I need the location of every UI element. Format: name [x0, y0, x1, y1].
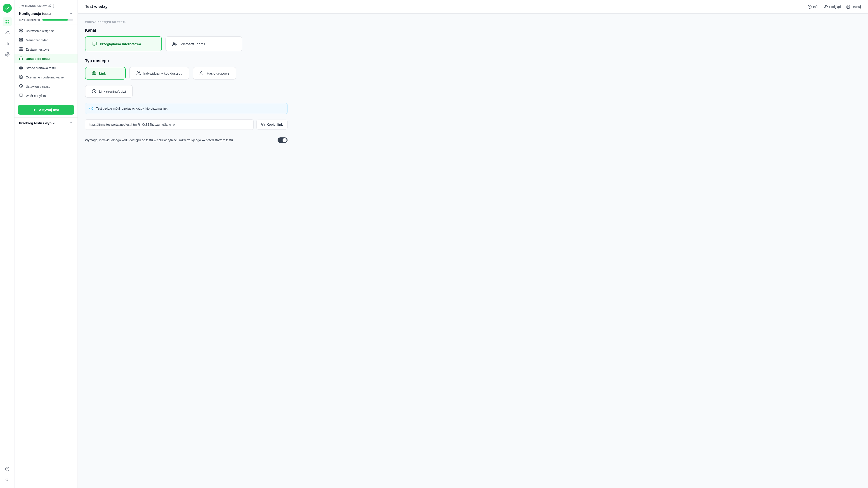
- main-content: Test wiedzy Info Podgląd Dr: [78, 0, 868, 488]
- chevron-up-icon[interactable]: [69, 11, 73, 16]
- progress-label: 83% ukończono: [19, 18, 40, 22]
- channel-title: Kanał: [85, 28, 287, 33]
- toggle-switch[interactable]: [278, 138, 287, 143]
- clock-icon: [19, 84, 23, 89]
- nav-item-czas[interactable]: Ustawienia czasu: [14, 82, 78, 91]
- channel-card-teams[interactable]: Microsoft Teams: [165, 36, 242, 51]
- nav-item-label: Ocenianie i podsumowanie: [26, 75, 64, 79]
- nav-items: Ustawienia wstępne Menedżer pytań Zestaw…: [14, 24, 78, 102]
- nav-icon-back[interactable]: [3, 475, 12, 484]
- svg-rect-30: [847, 7, 849, 8]
- nav-icon-settings[interactable]: [3, 50, 12, 59]
- toggle-row: Wymagaj indywidualnego kodu dostępu do t…: [85, 134, 287, 146]
- access-link-label: Link: [99, 71, 106, 75]
- nav-icon-chart[interactable]: [3, 39, 12, 48]
- group-password-icon: [199, 71, 204, 75]
- svg-rect-1: [7, 20, 9, 22]
- top-bar: Test wiedzy Info Podgląd Dr: [78, 0, 868, 13]
- access-individual-label: Indywidualny kod dostępu: [143, 71, 182, 75]
- sets-icon: [19, 47, 23, 52]
- content-area: RODZAJ DOSTĘPU DO TESTU Kanał Przeglądar…: [78, 13, 295, 153]
- svg-point-34: [174, 42, 175, 43]
- print-label: Drukuj: [852, 5, 861, 8]
- nav-icon-help[interactable]: [3, 464, 12, 474]
- access-cards-row1: Link Indywidualny kod dostępu Hasło grup…: [85, 67, 287, 80]
- nav-item-zestawy[interactable]: Zestawy testowe: [14, 45, 78, 54]
- training-link-icon: [92, 89, 96, 94]
- info-circle-icon: [89, 106, 93, 111]
- eye-icon: [824, 5, 828, 9]
- svg-rect-16: [22, 40, 23, 41]
- access-password-label: Hasło grupowe: [207, 71, 229, 75]
- svg-rect-43: [262, 124, 265, 126]
- certificate-icon: [19, 93, 23, 98]
- channel-card-browser[interactable]: Przeglądarka internetowa: [85, 36, 162, 51]
- svg-rect-24: [20, 94, 23, 96]
- info-box: Test będzie mógł rozwiązać każdy, kto ot…: [85, 103, 287, 114]
- svg-rect-15: [20, 40, 21, 41]
- nav-item-menedzer[interactable]: Menedżer pytań: [14, 35, 78, 45]
- info-label: Info: [813, 5, 818, 8]
- access-cards-row2: Link (trening/quiz): [85, 85, 287, 98]
- svg-rect-20: [20, 58, 23, 60]
- globe-icon: [92, 71, 96, 75]
- access-card-link[interactable]: Link: [85, 67, 126, 80]
- svg-rect-31: [92, 42, 96, 45]
- info-icon: [808, 5, 812, 9]
- page-title: Test wiedzy: [85, 4, 107, 9]
- copy-icon: [261, 123, 265, 126]
- svg-point-12: [21, 30, 22, 31]
- results-section-title: Przebieg testu i wyniki: [19, 121, 55, 125]
- nav-item-label: Zestawy testowe: [26, 48, 49, 51]
- svg-point-9: [6, 54, 8, 55]
- config-section-title: Konfiguracja testu: [19, 11, 73, 16]
- section-label: RODZAJ DOSTĘPU DO TESTU: [85, 21, 287, 24]
- copy-link-button[interactable]: Kopiuj link: [256, 120, 287, 129]
- sidebar-header: W TRAKCIE USTAWIEŃ Konfiguracja testu 83…: [14, 0, 78, 24]
- activate-button[interactable]: Aktywuj test: [18, 105, 74, 115]
- results-section-header[interactable]: Przebieg testu i wyniki: [14, 117, 78, 129]
- nav-icon-grid[interactable]: [3, 17, 12, 26]
- settings-icon: [19, 29, 23, 33]
- access-card-link-training[interactable]: Link (trening/quiz): [85, 85, 133, 98]
- nav-item-label: Wzór certyfikatu: [26, 94, 49, 98]
- svg-rect-17: [20, 48, 23, 48]
- info-action[interactable]: Info: [808, 5, 818, 9]
- monitor-icon: [92, 41, 97, 46]
- grade-icon: [19, 75, 23, 80]
- nav-item-dostep[interactable]: Dostęp do testu: [14, 54, 78, 63]
- nav-icon-users[interactable]: [3, 28, 12, 37]
- progress-bar-bg: [42, 19, 73, 21]
- info-message: Test będzie mógł rozwiązać każdy, kto ot…: [96, 107, 167, 110]
- nav-item-label: Strona startowa testu: [26, 66, 56, 70]
- svg-rect-18: [20, 49, 23, 50]
- svg-rect-0: [5, 20, 7, 22]
- svg-point-4: [6, 31, 7, 33]
- nav-item-certyfikat[interactable]: Wzór certyfikatu: [14, 91, 78, 100]
- nav-item-label: Dostęp do testu: [26, 57, 50, 61]
- nav-item-strona[interactable]: Strona startowa testu: [14, 63, 78, 72]
- svg-point-38: [200, 72, 202, 73]
- nav-item-label: Menedżer pytań: [26, 38, 49, 42]
- status-badge: W TRAKCIE USTAWIEŃ: [19, 4, 54, 8]
- svg-rect-2: [5, 22, 7, 24]
- app-logo: [3, 4, 12, 13]
- svg-rect-19: [20, 50, 23, 51]
- progress-row: 83% ukończono: [19, 18, 73, 22]
- nav-item-label: Ustawienia wstępne: [26, 29, 54, 33]
- chevron-down-icon[interactable]: [69, 121, 73, 125]
- link-input[interactable]: [85, 119, 254, 130]
- config-sidebar: W TRAKCIE USTAWIEŃ Konfiguracja testu 83…: [14, 0, 78, 488]
- progress-bar-fill: [42, 19, 68, 21]
- preview-action[interactable]: Podgląd: [824, 5, 841, 9]
- channel-browser-label: Przeglądarka internetowa: [100, 42, 141, 46]
- preview-label: Podgląd: [829, 5, 841, 8]
- access-card-individual[interactable]: Indywidualny kod dostępu: [129, 67, 189, 80]
- nav-item-label: Ustawienia czasu: [26, 85, 51, 88]
- lock-icon: [19, 56, 23, 61]
- access-card-password[interactable]: Hasło grupowe: [193, 67, 236, 80]
- icon-sidebar: [0, 0, 14, 488]
- print-action[interactable]: Drukuj: [846, 5, 861, 9]
- nav-item-ustawienia[interactable]: Ustawienia wstępne: [14, 26, 78, 35]
- nav-item-ocenianie[interactable]: Ocenianie i podsumowanie: [14, 72, 78, 82]
